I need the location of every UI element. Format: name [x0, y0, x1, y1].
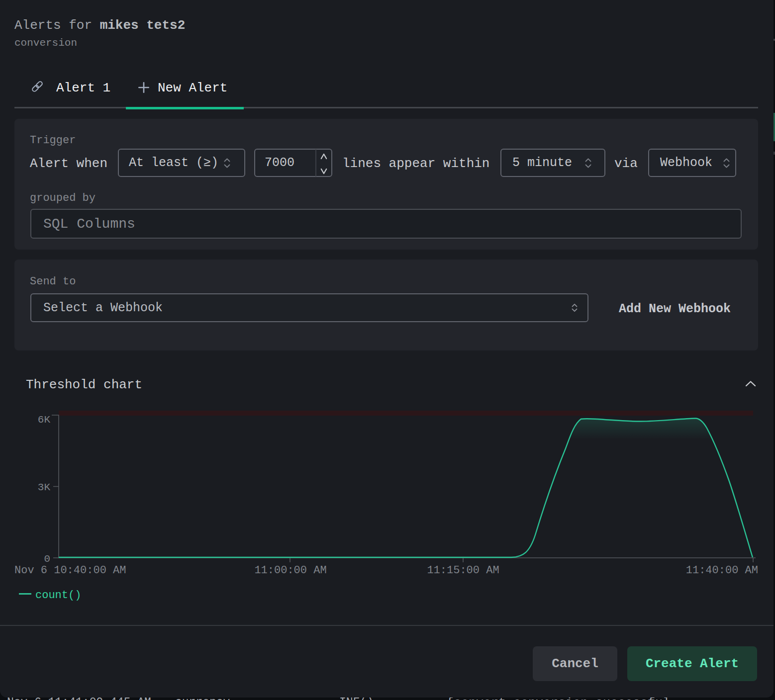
svg-text:count(): count()	[35, 589, 81, 602]
svg-text:11:15:00 AM: 11:15:00 AM	[427, 564, 499, 577]
svg-text:Nov 6 10:40:00 AM: Nov 6 10:40:00 AM	[14, 564, 126, 577]
svg-text:11:00:00 AM: 11:00:00 AM	[254, 564, 326, 577]
svg-text:3K: 3K	[38, 482, 51, 493]
svg-text:0: 0	[44, 553, 50, 565]
svg-text:6K: 6K	[38, 414, 51, 426]
svg-text:11:40:00 AM: 11:40:00 AM	[686, 564, 758, 577]
